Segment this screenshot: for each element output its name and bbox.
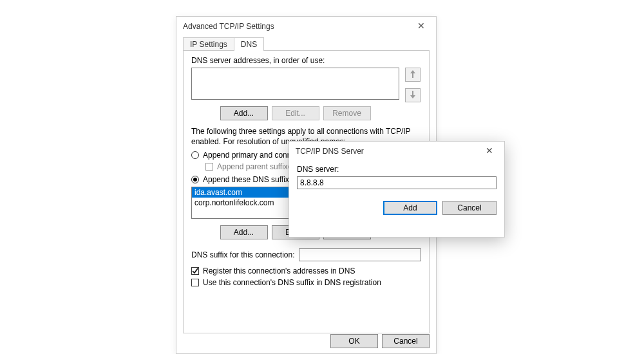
- suffix-add-button[interactable]: Add...: [220, 225, 268, 239]
- check-use-suffix[interactable]: Use this connection's DNS suffix in DNS …: [191, 278, 421, 287]
- window-title: Advanced TCP/IP Settings: [183, 22, 274, 31]
- arrow-down-icon: [410, 91, 416, 100]
- suffix-connection-label: DNS suffix for this connection:: [191, 250, 295, 259]
- close-icon[interactable]: ✕: [480, 144, 499, 158]
- checkbox-icon: [191, 279, 199, 286]
- check-label: Use this connection's DNS suffix in DNS …: [203, 278, 381, 287]
- dns-server-dialog: TCP/IP DNS Server ✕ DNS server: 8.8.8.8 …: [289, 141, 505, 238]
- move-down-button[interactable]: [405, 88, 421, 102]
- dns-edit-button: Edit...: [272, 106, 319, 120]
- dns-servers-label: DNS server addresses, in order of use:: [191, 56, 421, 65]
- tab-ip-settings[interactable]: IP Settings: [183, 37, 234, 51]
- checkbox-icon: [205, 163, 213, 171]
- close-icon[interactable]: ✕: [412, 19, 431, 33]
- suffix-connection-input[interactable]: [299, 248, 421, 261]
- tab-dns[interactable]: DNS: [234, 37, 264, 51]
- dns-servers-listbox[interactable]: [191, 68, 399, 100]
- check-register-dns[interactable]: Register this connection's addresses in …: [191, 266, 421, 275]
- radio-icon: [191, 176, 199, 183]
- cancel-button[interactable]: Cancel: [382, 334, 430, 348]
- dialog-title: TCP/IP DNS Server: [296, 147, 364, 156]
- ok-button[interactable]: OK: [330, 334, 378, 348]
- arrow-up-icon: [410, 70, 416, 80]
- dialog-cancel-button[interactable]: Cancel: [442, 201, 497, 215]
- dns-server-input[interactable]: 8.8.8.8: [297, 176, 497, 189]
- tabs: IP Settings DNS: [183, 36, 430, 50]
- dns-remove-button: Remove: [323, 106, 371, 120]
- titlebar[interactable]: Advanced TCP/IP Settings ✕: [176, 17, 436, 36]
- move-up-button[interactable]: [405, 68, 421, 82]
- dns-server-label: DNS server:: [297, 165, 497, 174]
- dialog-add-button[interactable]: Add: [383, 201, 437, 215]
- checkbox-icon: [191, 267, 199, 275]
- radio-icon: [191, 151, 199, 159]
- dns-add-button[interactable]: Add...: [220, 106, 268, 120]
- titlebar[interactable]: TCP/IP DNS Server ✕: [289, 142, 504, 161]
- check-label: Register this connection's addresses in …: [203, 266, 355, 275]
